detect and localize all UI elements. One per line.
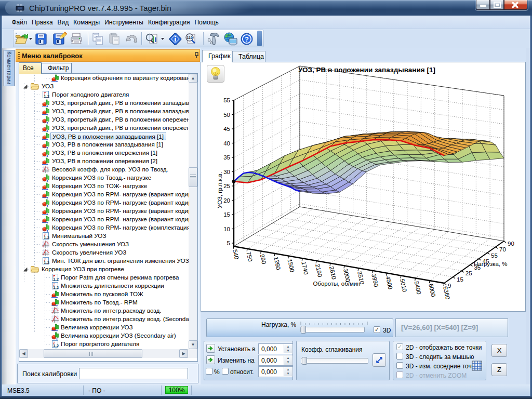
svg-text:1260: 1260 (273, 256, 282, 271)
svg-text:6000: 6000 (428, 283, 436, 298)
svg-text:3990: 3990 (370, 273, 379, 288)
svg-text:50: 50 (223, 112, 230, 118)
svg-text:15: 15 (223, 211, 230, 218)
svg-text:10: 10 (223, 226, 230, 232)
svg-text:55: 55 (223, 97, 230, 103)
svg-text:45: 45 (223, 126, 230, 132)
svg-text:90: 90 (508, 241, 514, 247)
svg-text:1740: 1740 (300, 261, 309, 275)
svg-text:25: 25 (223, 183, 230, 189)
svg-text:25: 25 (466, 270, 472, 276)
svg-text:УОЗ, РВ в положении запаздыван: УОЗ, РВ в положении запаздывания [1] (298, 66, 435, 74)
svg-text:20: 20 (223, 197, 230, 204)
svg-text:990: 990 (259, 254, 268, 264)
svg-text:Обороты, об/мин: Обороты, об/мин (313, 281, 360, 287)
svg-text:30: 30 (223, 169, 230, 175)
svg-text:2190: 2190 (314, 263, 323, 278)
svg-text:55: 55 (491, 252, 498, 259)
svg-text:9: 9 (448, 283, 451, 289)
svg-text:40: 40 (223, 140, 230, 147)
svg-text:Нагрузка, %: Нагрузка, % (474, 261, 507, 267)
svg-text:110: 110 (187, 36, 193, 39)
svg-text:750: 750 (245, 251, 254, 262)
svg-text:4500: 4500 (385, 276, 394, 290)
svg-text:540: 540 (232, 249, 240, 260)
svg-text:35: 35 (223, 154, 230, 161)
svg-text:УОЗ, гр.п.к.в.: УОЗ, гр.п.к.в. (217, 172, 223, 208)
svg-text:5400: 5400 (414, 281, 422, 295)
svg-text:5010: 5010 (399, 278, 408, 292)
svg-text:70: 70 (499, 246, 506, 252)
svg-text:1500: 1500 (287, 258, 296, 273)
svg-text:2610: 2610 (328, 266, 337, 281)
svg-text:5: 5 (227, 240, 230, 246)
svg-text:?: ? (245, 35, 249, 43)
svg-text:15: 15 (457, 276, 463, 283)
